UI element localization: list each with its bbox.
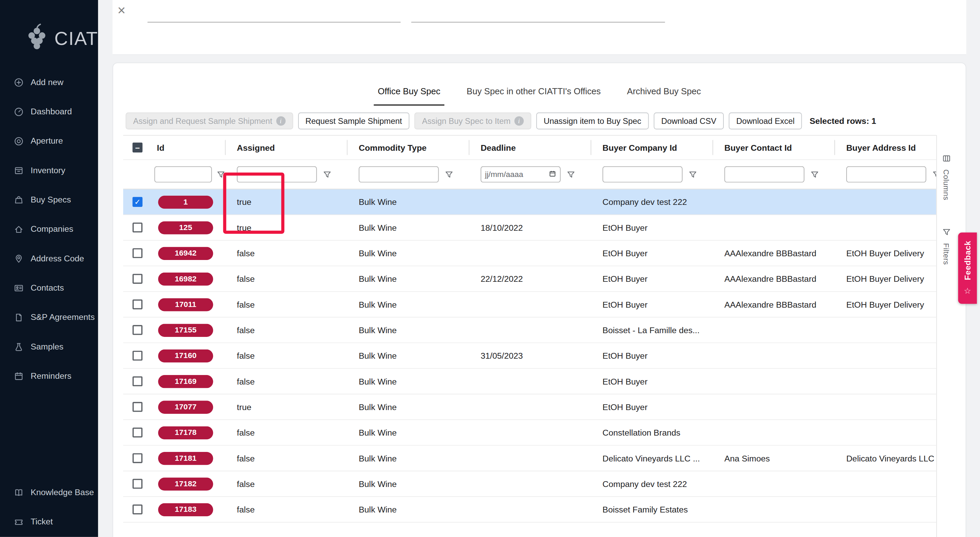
- row-checkbox[interactable]: [132, 504, 142, 514]
- request-sample-shipment-button[interactable]: Request Sample Shipment: [298, 112, 409, 129]
- filter-funnel-icon[interactable]: [217, 171, 225, 178]
- column-header-id[interactable]: Id: [152, 140, 226, 155]
- pin-icon: [14, 253, 24, 263]
- filter-input-commodity-type[interactable]: [359, 166, 439, 183]
- form-field-underline-1[interactable]: [147, 22, 401, 22]
- row-checkbox[interactable]: [132, 453, 142, 463]
- row-checkbox[interactable]: [132, 479, 142, 489]
- sidebar-item-companies[interactable]: Companies: [0, 214, 98, 244]
- filter-funnel-icon[interactable]: [811, 171, 819, 178]
- column-header-deadline[interactable]: Deadline: [469, 140, 591, 155]
- filter-funnel-icon[interactable]: [567, 171, 575, 178]
- button-label: Download Excel: [737, 116, 795, 126]
- app-logo[interactable]: CIATTI: [24, 22, 98, 55]
- table-row[interactable]: 125trueBulk Wine18/10/2022EtOH Buyer: [123, 215, 937, 241]
- column-header-buyer-company-id[interactable]: Buyer Company Id: [592, 140, 713, 155]
- cell-commodity-type: Bulk Wine: [347, 377, 469, 386]
- row-checkbox[interactable]: [132, 325, 142, 335]
- table-row[interactable]: 17178falseBulk WineConstellation Brands: [123, 420, 937, 445]
- column-header-commodity-type[interactable]: Commodity Type: [347, 140, 469, 155]
- filter-funnel-icon[interactable]: [932, 171, 936, 178]
- id-badge[interactable]: 17178: [158, 426, 213, 439]
- sidebar-item-add-new[interactable]: Add new: [0, 67, 98, 97]
- download-excel-button[interactable]: Download Excel: [729, 112, 802, 129]
- id-badge[interactable]: 17181: [158, 452, 213, 465]
- table-row[interactable]: ✓1trueBulk WineCompany dev test 222: [123, 190, 937, 215]
- info-icon: i: [276, 116, 285, 126]
- filter-funnel-icon[interactable]: [689, 171, 697, 178]
- sidebar-item-address-code[interactable]: Address Code: [0, 244, 98, 273]
- sidebar-item-buy-specs[interactable]: Buy Specs: [0, 185, 98, 214]
- form-field-underline-2[interactable]: [411, 22, 665, 22]
- close-icon[interactable]: ×: [118, 4, 126, 18]
- cell-id: 17183: [152, 503, 226, 516]
- id-badge[interactable]: 17160: [158, 349, 213, 362]
- id-badge[interactable]: 125: [158, 221, 213, 234]
- document-icon: [14, 312, 24, 322]
- filter-funnel-icon[interactable]: [323, 171, 331, 178]
- id-badge[interactable]: 1: [158, 195, 213, 209]
- sidebar-item-knowledge-base[interactable]: Knowledge Base: [0, 478, 98, 507]
- sidebar-item-aperture[interactable]: Aperture: [0, 126, 98, 156]
- table-row[interactable]: 16942falseBulk WineEtOH BuyerAAAlexandre…: [123, 241, 937, 266]
- sidebar-item-contacts[interactable]: Contacts: [0, 273, 98, 303]
- cell-assigned: false: [226, 325, 347, 335]
- columns-toggle[interactable]: Columns: [942, 154, 951, 201]
- tab-archived-buy-spec[interactable]: Archived Buy Spec: [624, 77, 705, 105]
- row-checkbox[interactable]: [132, 274, 142, 284]
- feedback-button[interactable]: Feedback ☆: [958, 233, 977, 304]
- sidebar-item-dashboard[interactable]: Dashboard: [0, 97, 98, 126]
- filters-toggle[interactable]: Filters: [942, 228, 951, 265]
- id-badge[interactable]: 17183: [158, 503, 213, 516]
- filter-funnel-icon[interactable]: [445, 171, 453, 178]
- filter-input-buyer-address-id[interactable]: [846, 166, 926, 183]
- sidebar-item-samples[interactable]: Samples: [0, 332, 98, 361]
- sidebar-item-reminders[interactable]: Reminders: [0, 362, 98, 391]
- column-header-assigned[interactable]: Assigned: [226, 140, 347, 155]
- row-checkbox[interactable]: [132, 427, 142, 437]
- table-row[interactable]: 17077trueBulk WineEtOH Buyer: [123, 394, 937, 420]
- table-row[interactable]: 16982falseBulk Wine22/12/2022EtOH BuyerA…: [123, 266, 937, 292]
- id-badge[interactable]: 17169: [158, 374, 213, 388]
- id-badge[interactable]: 17011: [158, 298, 213, 311]
- filter-input-id[interactable]: [154, 166, 212, 183]
- sidebar-item-label: Contacts: [30, 283, 64, 293]
- cell-deadline: 22/12/2022: [469, 274, 591, 284]
- row-checkbox[interactable]: [132, 351, 142, 360]
- table-row[interactable]: 17011falseBulk WineEtOH BuyerAAAlexandre…: [123, 292, 937, 317]
- table-row[interactable]: 17181falseBulk WineDelicato Vineyards LL…: [123, 446, 937, 471]
- row-checkbox[interactable]: [132, 402, 142, 412]
- id-badge[interactable]: 16942: [158, 247, 213, 260]
- column-header-buyer-address-id[interactable]: Buyer Address Id: [835, 140, 937, 155]
- row-checkbox[interactable]: [132, 223, 142, 233]
- bag-icon: [14, 194, 24, 204]
- row-checkbox[interactable]: [132, 248, 142, 258]
- deadline-date-input[interactable]: jj/mm/aaaa: [480, 166, 560, 183]
- download-csv-button[interactable]: Download CSV: [654, 112, 724, 129]
- table-row[interactable]: 17183falseBulk WineBoisset Family Estate…: [123, 497, 937, 523]
- select-all-checkbox[interactable]: −: [132, 143, 142, 153]
- id-badge[interactable]: 17182: [158, 477, 213, 490]
- tab-buy-spec-in-other-ciatti-s-offices[interactable]: Buy Spec in other CIATTI's Offices: [463, 77, 605, 105]
- selected-rows-label: Selected rows: 1: [810, 116, 876, 126]
- cell-buyer-address-id: EtOH Buyer Delivery: [835, 300, 937, 309]
- row-checkbox[interactable]: ✓: [132, 197, 142, 207]
- sidebar-item-ticket[interactable]: Ticket: [0, 507, 98, 536]
- id-badge[interactable]: 17077: [158, 400, 213, 413]
- row-checkbox[interactable]: [132, 300, 142, 309]
- column-header-buyer-contact-id[interactable]: Buyer Contact Id: [713, 140, 835, 155]
- table-row[interactable]: 17182falseBulk WineCompany dev test 222: [123, 471, 937, 497]
- sidebar-item-inventory[interactable]: Inventory: [0, 156, 98, 185]
- filter-input-buyer-company-id[interactable]: [603, 166, 682, 183]
- filter-input-buyer-contact-id[interactable]: [724, 166, 804, 183]
- tab-office-buy-spec[interactable]: Office Buy Spec: [374, 77, 444, 105]
- table-row[interactable]: 17169falseBulk WineEtOH Buyer: [123, 369, 937, 394]
- table-row[interactable]: 17155falseBulk WineBoisset - La Famille …: [123, 317, 937, 343]
- id-badge[interactable]: 16982: [158, 272, 213, 285]
- table-row[interactable]: 17160falseBulk Wine31/05/2023EtOH Buyer: [123, 343, 937, 368]
- filter-input-assigned[interactable]: [237, 166, 317, 183]
- sidebar-item-s-p-agreements[interactable]: S&P Agreements: [0, 303, 98, 332]
- id-badge[interactable]: 17155: [158, 323, 213, 337]
- row-checkbox[interactable]: [132, 376, 142, 386]
- unassign-item-to-buy-spec-button[interactable]: Unassign item to Buy Spec: [536, 112, 649, 129]
